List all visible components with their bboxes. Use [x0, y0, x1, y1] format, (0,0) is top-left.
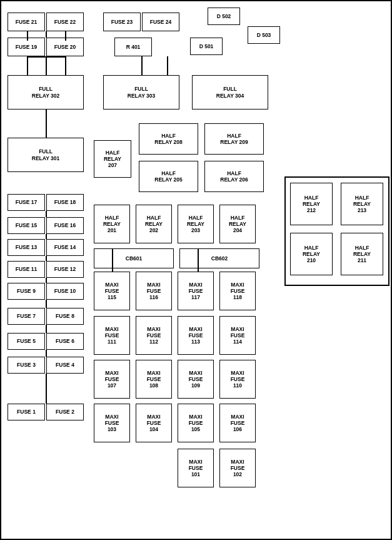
- maxi-fuse-113: MAXI FUSE 113: [178, 316, 214, 355]
- cb-602: CB602: [179, 248, 259, 268]
- fuse-21: FUSE 21: [8, 13, 45, 31]
- maxi-fuse-116: MAXI FUSE 116: [136, 272, 172, 310]
- fuse-14: FUSE 14: [46, 239, 84, 256]
- fuse-22: FUSE 22: [46, 13, 84, 31]
- maxi-fuse-112: MAXI FUSE 112: [136, 316, 172, 355]
- r-401: R 401: [114, 38, 152, 56]
- fuse-9: FUSE 9: [8, 283, 45, 300]
- fuse-23: FUSE 23: [103, 13, 141, 31]
- d-501: D 501: [190, 38, 223, 55]
- fuse-24: FUSE 24: [142, 13, 179, 31]
- fuse-13: FUSE 13: [8, 239, 45, 256]
- half-relay-213: HALF RELAY 213: [341, 183, 383, 225]
- half-relay-207: HALF RELAY 207: [94, 140, 131, 178]
- half-relay-208: HALF RELAY 208: [139, 123, 198, 155]
- half-relay-205: HALF RELAY 205: [139, 161, 198, 192]
- half-relay-201: HALF RELAY 201: [94, 205, 130, 243]
- maxi-fuse-105: MAXI FUSE 105: [178, 404, 214, 442]
- fuse-10: FUSE 10: [46, 283, 84, 300]
- fuse-17: FUSE 17: [8, 194, 45, 211]
- d-502: D 502: [208, 8, 240, 25]
- fuse-18: FUSE 18: [46, 194, 84, 211]
- half-relay-203: HALF RELAY 203: [178, 205, 214, 243]
- maxi-fuse-115: MAXI FUSE 115: [94, 272, 130, 310]
- fuse-19: FUSE 19: [8, 38, 45, 56]
- maxi-fuse-104: MAXI FUSE 104: [136, 404, 172, 442]
- fuse-5: FUSE 5: [8, 333, 45, 350]
- maxi-fuse-114: MAXI FUSE 114: [219, 316, 256, 355]
- fuse-2: FUSE 2: [46, 404, 84, 420]
- half-relay-211: HALF RELAY 211: [341, 233, 383, 275]
- half-relay-202: HALF RELAY 202: [136, 205, 172, 243]
- full-relay-304: FULL RELAY 304: [192, 75, 268, 110]
- half-relay-210: HALF RELAY 210: [290, 233, 333, 275]
- maxi-fuse-117: MAXI FUSE 117: [178, 272, 214, 310]
- fuse-12: FUSE 12: [46, 261, 84, 278]
- maxi-fuse-101: MAXI FUSE 101: [178, 449, 214, 487]
- full-relay-301: FULL RELAY 301: [8, 138, 84, 172]
- half-relay-209: HALF RELAY 209: [204, 123, 264, 155]
- fuse-16: FUSE 16: [46, 217, 84, 234]
- half-relay-204: HALF RELAY 204: [219, 205, 256, 243]
- full-relay-302: FULL RELAY 302: [8, 75, 84, 110]
- d-503: D 503: [248, 26, 280, 44]
- maxi-fuse-110: MAXI FUSE 110: [219, 360, 256, 399]
- full-relay-303: FULL RELAY 303: [103, 75, 179, 110]
- fuse-1: FUSE 1: [8, 404, 45, 420]
- half-relay-212: HALF RELAY 212: [290, 183, 333, 225]
- fuse-7: FUSE 7: [8, 308, 45, 325]
- half-relay-206: HALF RELAY 206: [204, 161, 264, 192]
- maxi-fuse-111: MAXI FUSE 111: [94, 316, 130, 355]
- maxi-fuse-109: MAXI FUSE 109: [178, 360, 214, 399]
- fuse-15: FUSE 15: [8, 217, 45, 234]
- maxi-fuse-103: MAXI FUSE 103: [94, 404, 130, 442]
- fuse-8: FUSE 8: [46, 308, 84, 325]
- maxi-fuse-107: MAXI FUSE 107: [94, 360, 130, 399]
- maxi-fuse-106: MAXI FUSE 106: [219, 404, 256, 442]
- fuse-6: FUSE 6: [46, 333, 84, 350]
- diagram-container: FUSE 21 FUSE 22 FUSE 23 FUSE 24 D 502 FU…: [0, 0, 392, 540]
- cb-601: CB601: [94, 248, 174, 268]
- fuse-3: FUSE 3: [8, 357, 45, 374]
- fuse-11: FUSE 11: [8, 261, 45, 278]
- maxi-fuse-118: MAXI FUSE 118: [219, 272, 256, 310]
- maxi-fuse-108: MAXI FUSE 108: [136, 360, 172, 399]
- maxi-fuse-102: MAXI FUSE 102: [219, 449, 256, 487]
- fuse-4: FUSE 4: [46, 357, 84, 374]
